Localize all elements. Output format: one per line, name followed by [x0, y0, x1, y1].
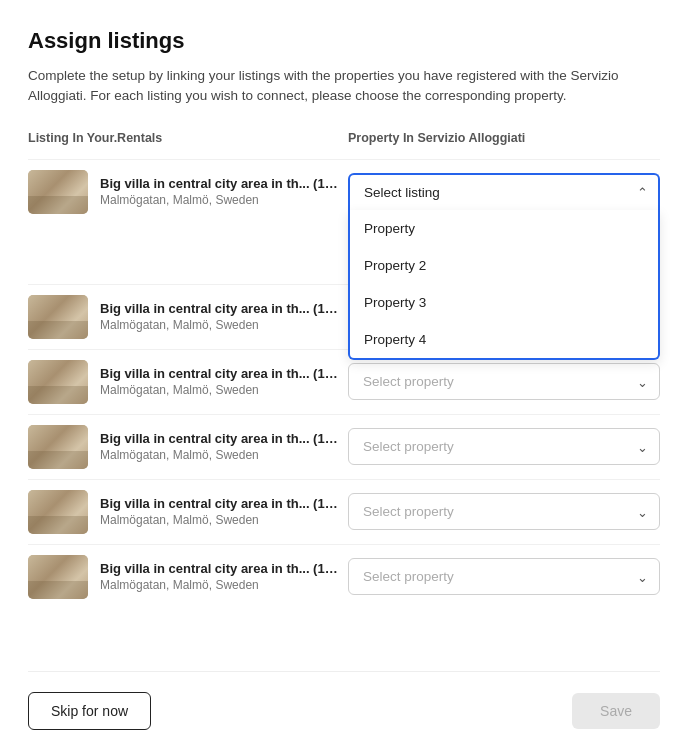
listing-info: Big villa in central city area in th... … — [100, 176, 348, 207]
listing-thumbnail — [28, 360, 88, 404]
listing-row: Big villa in central city area in th... … — [28, 544, 660, 609]
property-select-wrapper: Select property ⌄ — [348, 493, 660, 530]
property-select[interactable]: Select property — [348, 363, 660, 400]
skip-button[interactable]: Skip for now — [28, 692, 151, 730]
property-select[interactable]: Select property — [348, 428, 660, 465]
page-container: Assign listings Complete the setup by li… — [0, 0, 688, 754]
property-select-wrapper: Select listing ⌃ Property Property 2 Pro… — [348, 173, 660, 210]
listing-row: Big villa in central city area in th... … — [28, 159, 660, 224]
listing-info: Big villa in central city area in th... … — [100, 301, 348, 332]
listing-name: Big villa in central city area in th... … — [100, 301, 340, 316]
listing-name: Big villa in central city area in th... … — [100, 496, 340, 511]
property-select[interactable]: Select property — [348, 493, 660, 530]
listing-thumbnail — [28, 170, 88, 214]
listing-address: Malmögatan, Malmö, Sweden — [100, 513, 348, 527]
columns-header: Listing In Your.Rentals Property In Serv… — [28, 131, 660, 149]
property-select-wrapper: Select property ⌄ — [348, 428, 660, 465]
listing-address: Malmögatan, Malmö, Sweden — [100, 448, 348, 462]
listing-name: Big villa in central city area in th... … — [100, 561, 340, 576]
listing-info: Big villa in central city area in th... … — [100, 366, 348, 397]
listings-list: Big villa in central city area in th... … — [28, 159, 660, 609]
listing-thumbnail — [28, 295, 88, 339]
dropdown-item[interactable]: Property 2 — [350, 247, 658, 284]
listing-thumbnail — [28, 555, 88, 599]
listing-row: Big villa in central city area in th... … — [28, 414, 660, 479]
listing-address: Malmögatan, Malmö, Sweden — [100, 578, 348, 592]
listing-name: Big villa in central city area in th... … — [100, 176, 340, 191]
listing-info: Big villa in central city area in th... … — [100, 496, 348, 527]
dropdown-item[interactable]: Property 4 — [350, 321, 658, 358]
dropdown-item[interactable]: Property — [350, 210, 658, 247]
footer: Skip for now Save — [28, 671, 660, 754]
listing-address: Malmögatan, Malmö, Sweden — [100, 383, 348, 397]
page-description: Complete the setup by linking your listi… — [28, 66, 660, 107]
listing-info: Big villa in central city area in th... … — [100, 561, 348, 592]
listing-thumbnail — [28, 490, 88, 534]
listing-thumbnail — [28, 425, 88, 469]
listing-address: Malmögatan, Malmö, Sweden — [100, 193, 348, 207]
listing-name: Big villa in central city area in th... … — [100, 431, 340, 446]
property-select-wrapper: Select property ⌄ — [348, 558, 660, 595]
listing-name: Big villa in central city area in th... … — [100, 366, 340, 381]
save-button[interactable]: Save — [572, 693, 660, 729]
listing-row: Big villa in central city area in th... … — [28, 479, 660, 544]
dropdown-item[interactable]: Property 3 — [350, 284, 658, 321]
listing-info: Big villa in central city area in th... … — [100, 431, 348, 462]
property-select[interactable]: Select property — [348, 558, 660, 595]
select-listing-label: Select listing — [364, 185, 440, 200]
page-title: Assign listings — [28, 28, 660, 54]
col-property-header: Property In Servizio Alloggiati — [348, 131, 660, 145]
col-listing-header: Listing In Your.Rentals — [28, 131, 348, 145]
property-select-wrapper: Select property ⌄ — [348, 363, 660, 400]
property-select-trigger[interactable]: Select listing — [348, 173, 660, 210]
listing-address: Malmögatan, Malmö, Sweden — [100, 318, 348, 332]
dropdown-menu: Property Property 2 Property 3 Property … — [348, 210, 660, 360]
